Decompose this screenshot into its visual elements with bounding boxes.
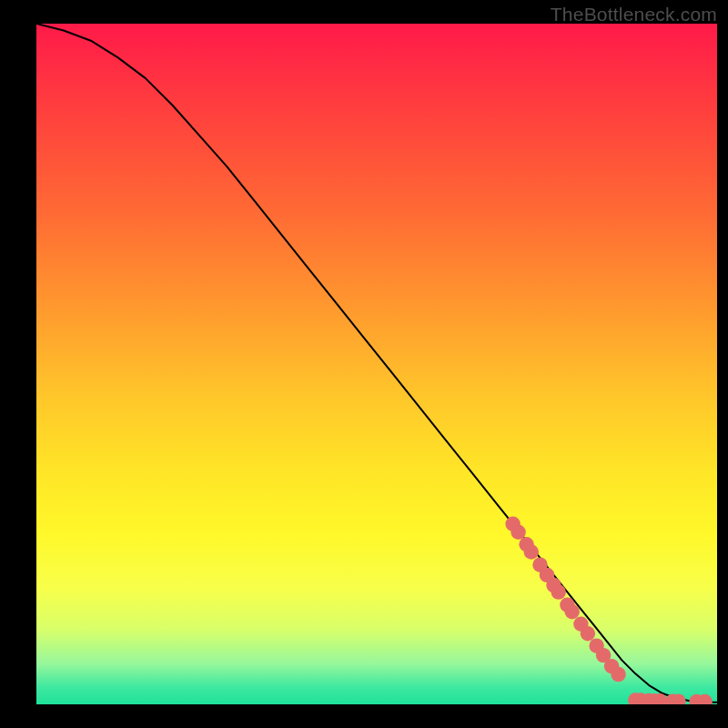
data-point [524,544,539,559]
watermark-label: TheBottleneck.com [551,4,717,25]
data-point [581,626,595,641]
chart-overlay [36,24,717,704]
data-point [564,604,579,619]
data-point [551,584,565,599]
curve-line [36,24,717,703]
data-point [511,525,525,540]
data-point [611,667,625,682]
chart-frame: TheBottleneck.com [0,0,728,728]
dots-group [505,517,712,704]
plot-area [36,24,717,704]
